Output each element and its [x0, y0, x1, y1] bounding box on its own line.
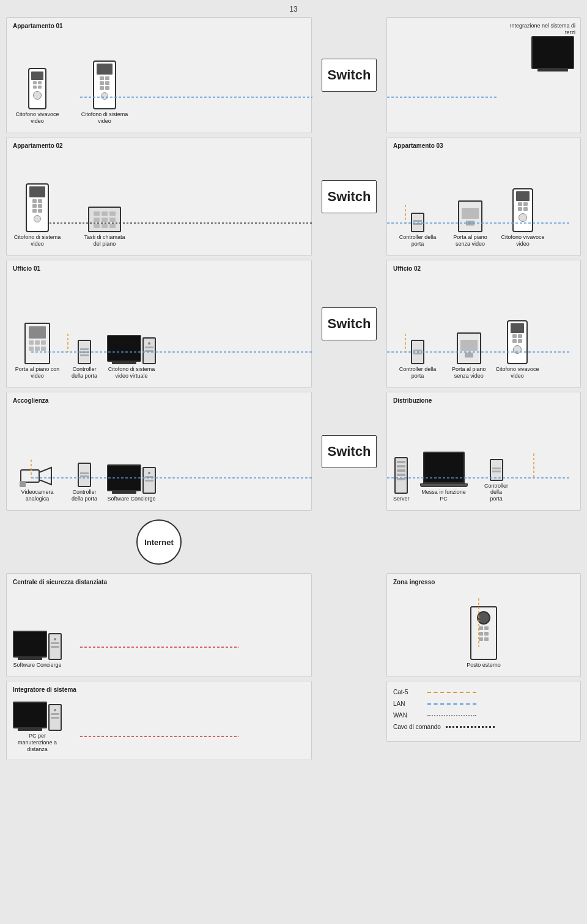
- legend-wan-line: [427, 715, 476, 716]
- icon-sw-centrale: [13, 631, 62, 660]
- device-ctrl-dist: Controller dellaporta: [478, 459, 515, 502]
- label-vivavoce-uff2: Citofono vivavocevideo: [496, 366, 539, 380]
- legend-cat5: Cat-5: [393, 689, 574, 695]
- icon-laptop: [423, 452, 465, 483]
- label-ctrl-uff2: Controller della porta: [393, 366, 442, 380]
- label-tasti: Tasti di chiamata del piano: [80, 234, 129, 248]
- label-porta-video-1: Porta al piano con video: [13, 366, 62, 380]
- internet-container: Internet: [6, 519, 312, 565]
- legend-panel: Cat-5 LAN WAN Cavo di comando: [386, 681, 581, 742]
- icon-ctrl-dist: [490, 459, 503, 481]
- zona-label: Zona ingresso: [393, 579, 574, 585]
- monitor-manut: [13, 702, 47, 728]
- icon-vivavoce-1: [28, 68, 46, 109]
- ufficio01-panel: Ufficio 01 Porta al piano con video: [6, 260, 312, 388]
- device-vivavoce-3: Citofono vivavoce video: [498, 188, 547, 248]
- tower-concierge: [142, 467, 156, 494]
- device-ctrl-uff2: Controller della porta: [393, 340, 442, 380]
- legend-wan: WAN: [393, 712, 574, 719]
- icon-laptop-group: [420, 452, 468, 487]
- distribuzione-panel: Distribuzione Server Messa in fu: [386, 392, 581, 511]
- label-porta-3: Porta al piano senza video: [452, 234, 489, 248]
- tower-virtual: [142, 337, 156, 364]
- switch1-container: Switch: [316, 17, 383, 133]
- terzi-label: Integrazione nel sistema di terzi: [502, 23, 575, 36]
- label-porta-uff2: Porta al pianosenza video: [452, 366, 486, 380]
- monitor-centrale: [13, 631, 47, 658]
- label-pc-virtual: Citofono di sistemavideo virtuale: [108, 366, 155, 380]
- legend-cat5-line: [427, 692, 476, 693]
- monitor-manut-group: [13, 702, 47, 731]
- icon-camera: [20, 465, 55, 487]
- label-ctrl-dist: Controller dellaporta: [478, 483, 515, 502]
- label-ctrl-1: Controllerdella porta: [72, 366, 97, 380]
- icon-sistema-2: [26, 183, 49, 232]
- ufficio01-label: Ufficio 01: [13, 265, 305, 272]
- icon-posto-esterno: [470, 606, 497, 660]
- zona-panel: Zona ingresso Posto esterno: [386, 573, 581, 677]
- accoglienza-label: Accoglienza: [13, 397, 305, 404]
- icon-server: [394, 457, 408, 494]
- device-ctrl-1: Controllerdella porta: [72, 340, 97, 380]
- centrale-panel: Centrale di sicurezza distanziata Softwa…: [6, 573, 312, 677]
- terzi-panel: Integrazione nel sistema di terzi: [386, 17, 581, 133]
- device-posto-esterno: Posto esterno: [467, 606, 501, 669]
- ufficio02-panel: Ufficio 02 Controller della porta Porta …: [386, 260, 581, 388]
- svg-rect-9: [21, 470, 39, 482]
- device-server: Server: [393, 457, 410, 502]
- legend-lan-line: [427, 703, 476, 705]
- apt03-panel: Appartamento 03 Controller della porta P…: [386, 137, 581, 256]
- label-pc-manut: PC per manutenzione a distanza: [13, 733, 62, 752]
- switch4-container: Switch: [316, 392, 383, 511]
- icon-pc-manut: [13, 702, 62, 731]
- apt02-label: Appartamento 02: [13, 142, 305, 149]
- label-sw-concierge: Software Concierge: [108, 496, 156, 502]
- icon-ctrl-1: [78, 340, 91, 364]
- tower-centrale: [48, 633, 62, 660]
- page-number: 13: [0, 0, 587, 17]
- legend-cavo: Cavo di comando: [393, 724, 574, 730]
- device-porta-uff2: Porta al pianosenza video: [452, 332, 486, 380]
- accoglienza-panel: Accoglienza Videocamera analogica: [6, 392, 312, 511]
- icon-sw-concierge: [107, 464, 156, 494]
- apt01-label: Appartamento 01: [13, 23, 305, 29]
- device-camera: Videocamera analogica: [13, 465, 62, 502]
- switch-3: Switch: [322, 307, 377, 340]
- label-ctrl-acc: Controllerdella porta: [72, 489, 97, 502]
- ufficio02-label: Ufficio 02: [393, 265, 574, 272]
- switch2-container: Switch: [316, 137, 383, 256]
- device-laptop: Messa in funzione PC: [419, 452, 468, 502]
- legend-cavo-label: Cavo di comando: [393, 724, 442, 730]
- apt03-label: Appartamento 03: [393, 142, 574, 149]
- device-sistema-1: Citofono di sistema video: [80, 61, 129, 125]
- switch-4: Switch: [322, 435, 377, 468]
- label-camera: Videocamera analogica: [13, 489, 62, 502]
- label-vivavoce-3: Citofono vivavoce video: [498, 234, 547, 248]
- legend-content: Cat-5 LAN WAN Cavo di comando: [393, 686, 574, 735]
- svg-marker-10: [39, 468, 51, 485]
- device-ctrl-3: Controller della porta: [393, 213, 442, 248]
- legend-cat5-label: Cat-5: [393, 689, 424, 695]
- svg-rect-11: [20, 481, 26, 487]
- monitor-centrale-group: [13, 631, 47, 660]
- icon-ctrl-acc: [78, 463, 91, 487]
- device-vivavoce-1: Citofono vivavoce video: [13, 68, 62, 125]
- label-sw-centrale: Software Concierge: [13, 662, 61, 669]
- label-sistema-2: Citofono di sistema video: [13, 234, 62, 248]
- label-sistema-1: Citofono di sistema video: [80, 111, 129, 125]
- label-vivavoce-1: Citofono vivavoce video: [13, 111, 62, 125]
- label-server: Server: [393, 496, 410, 502]
- device-ctrl-acc: Controllerdella porta: [72, 463, 97, 502]
- centrale-label: Centrale di sicurezza distanziata: [13, 579, 305, 585]
- device-sistema-2: Citofono di sistema video: [13, 183, 62, 248]
- third-monitor-group: [531, 36, 574, 72]
- label-posto-esterno: Posto esterno: [467, 662, 501, 669]
- legend-lan: LAN: [393, 700, 574, 707]
- icon-ctrl-3: [411, 213, 424, 232]
- icon-third-monitor: [531, 36, 574, 69]
- legend-lan-label: LAN: [393, 700, 424, 707]
- integratore-label: Integratore di sistema: [13, 686, 305, 693]
- label-laptop: Messa in funzione PC: [419, 489, 468, 502]
- icon-porta-uff2: [457, 332, 481, 364]
- switch-1: Switch: [322, 59, 377, 92]
